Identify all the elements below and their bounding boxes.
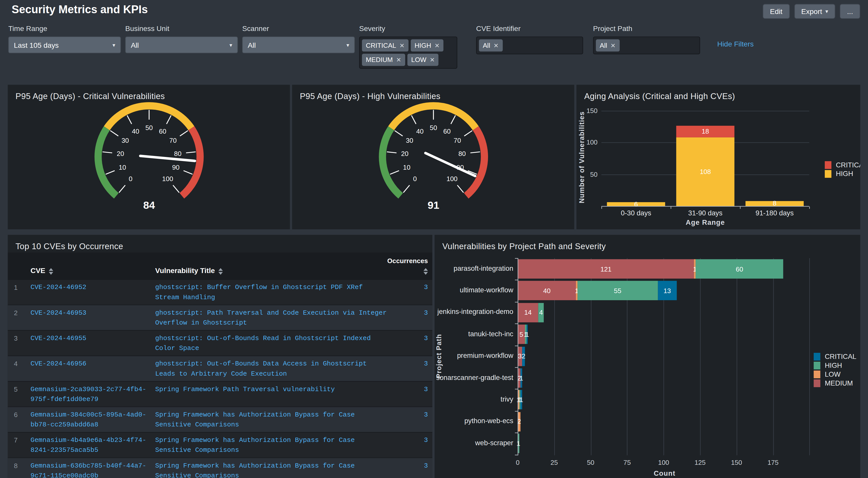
remove-token-icon[interactable]: ✕ (434, 42, 439, 48)
filter-token[interactable]: All✕ (479, 39, 502, 52)
filter-group-project-path: Project Path All✕ (593, 24, 700, 54)
legend-entry[interactable]: HIGH (814, 361, 856, 370)
svg-text:100: 100 (162, 175, 173, 182)
time-range-dropdown[interactable]: Last 105 days ▾ (8, 37, 121, 53)
panel-aging-analysis: Aging Analysis (Critical and High CVEs) … (577, 85, 860, 229)
row-number: 7 (8, 433, 26, 457)
table-row: 5Gemnasium-2ca39033-2c77-4fb4-975f-fdef1… (8, 381, 432, 406)
vulnerability-title-link[interactable]: Spring Framework has Authorization Bypas… (151, 407, 391, 432)
vulnerability-title-link[interactable]: Spring Framework Path Traversal vulnerab… (151, 382, 391, 407)
cve-link[interactable]: CVE-2024-46952 (26, 280, 151, 305)
vulnerability-title-link[interactable]: ghostscript: Path Traversal and Code Exe… (151, 305, 391, 330)
export-button[interactable]: Export ▾ (794, 4, 835, 19)
row-number: 4 (8, 356, 26, 381)
legend-entry[interactable]: LOW (814, 370, 856, 379)
panel-projects: Vulnerabilities by Project Path and Seve… (435, 235, 860, 478)
cve-link[interactable]: Gemnasium-384c00c5-895a-4ad0-bb78-cc259a… (26, 407, 151, 432)
sort-header-title[interactable]: Vulnerability Title (151, 252, 391, 279)
filter-token[interactable]: CRITICAL✕ (362, 39, 408, 52)
business-unit-dropdown[interactable]: All ▾ (125, 37, 238, 53)
vulnerability-title-link[interactable]: ghostscript: Out-of-Bounds Read in Ghost… (151, 331, 391, 355)
legend-swatch (814, 371, 820, 378)
cve-link[interactable]: CVE-2024-46956 (26, 356, 151, 381)
hide-filters-link[interactable]: Hide Filters (717, 40, 754, 48)
svg-text:91: 91 (427, 199, 439, 211)
gridline (700, 258, 701, 455)
x-axis-tick (740, 206, 740, 209)
vulnerability-title-link[interactable]: Spring Framework has Authorization Bypas… (151, 433, 391, 457)
filter-token[interactable]: MEDIUM✕ (362, 54, 405, 66)
panel-top-cves: Top 10 CVEs by Occurrence CVE Vulnerabil… (8, 235, 432, 478)
remove-token-icon[interactable]: ✕ (396, 57, 401, 63)
legend-entry[interactable]: CRITICAL (814, 352, 856, 361)
edit-button[interactable]: Edit (763, 4, 790, 19)
y-category-label: ultimate-workflow (435, 286, 514, 294)
y-category-label: web-scraper (435, 439, 514, 447)
cve-link[interactable]: CVE-2024-46953 (26, 305, 151, 330)
occurrences-value[interactable]: 3 (392, 458, 432, 478)
row-number: 8 (8, 458, 26, 478)
filter-label: CVE Identifier (476, 24, 583, 33)
svg-text:10: 10 (403, 164, 410, 171)
occurrences-value[interactable]: 3 (392, 433, 432, 457)
more-button[interactable]: ... (840, 4, 860, 19)
remove-token-icon[interactable]: ✕ (430, 57, 435, 63)
legend-label: HIGH (825, 362, 842, 370)
scanner-dropdown[interactable]: All ▾ (242, 37, 355, 53)
filter-token[interactable]: All✕ (596, 39, 619, 52)
x-tick-label: 175 (762, 459, 784, 467)
project-path-filter[interactable]: All✕ (593, 37, 700, 54)
cve-identifier-filter[interactable]: All✕ (476, 37, 583, 54)
table-row: 3CVE-2024-46955ghostscript: Out-of-Bound… (8, 330, 432, 355)
row-number: 3 (8, 331, 26, 355)
cve-link[interactable]: Gemnasium-4b4a9e6a-4b23-4f74-8241-223575… (26, 433, 151, 457)
legend-label: CRITICAL (836, 161, 860, 169)
token-label: All (483, 42, 490, 49)
filter-group-time-range: Time Range Last 105 days ▾ (8, 24, 121, 53)
vulnerability-title-link[interactable]: ghostscript: Buffer Overflow in Ghostscr… (151, 280, 391, 305)
y-category-label: jenkins-integration-demo (435, 308, 514, 316)
y-axis-tick (515, 280, 518, 280)
legend-entry[interactable]: MEDIUM (814, 379, 856, 388)
sort-header-occurrences[interactable]: Occurrences (392, 252, 432, 279)
occurrences-value[interactable]: 3 (392, 356, 432, 381)
filter-token[interactable]: HIGH✕ (411, 39, 443, 52)
cve-link[interactable]: CVE-2024-46955 (26, 331, 151, 355)
y-axis-tick (515, 302, 518, 302)
occurrences-value[interactable]: 3 (392, 407, 432, 432)
remove-token-icon[interactable]: ✕ (494, 42, 499, 48)
bar-value-label: 13 (656, 286, 678, 295)
x-axis-title: Count (518, 470, 812, 477)
filter-token[interactable]: LOW✕ (407, 54, 439, 66)
svg-text:90: 90 (172, 164, 179, 171)
cve-link[interactable]: Gemnasium-636bc785-b40f-44a7-9c71-115ce0… (26, 458, 151, 478)
legend-entry[interactable]: CRITICAL (825, 161, 860, 169)
remove-token-icon[interactable]: ✕ (611, 42, 616, 48)
filter-label: Severity (359, 24, 457, 33)
x-tick-label: 125 (689, 459, 711, 467)
x-axis-line (601, 206, 809, 206)
sort-header-cve[interactable]: CVE (26, 252, 151, 279)
remove-token-icon[interactable]: ✕ (400, 42, 405, 48)
legend-swatch (825, 170, 831, 178)
svg-text:0: 0 (128, 175, 132, 182)
row-number: 1 (8, 280, 26, 305)
x-category-label: 31-90 days (671, 209, 740, 217)
vulnerability-title-link[interactable]: Spring Framework has Authorization Bypas… (151, 458, 391, 478)
aging-analysis-chart: 5010015060-30 days1081831-90 days891-180… (577, 102, 860, 229)
scanner-value: All (248, 41, 256, 49)
row-number: 2 (8, 305, 26, 330)
occurrences-value[interactable]: 3 (392, 382, 432, 407)
occurrences-value[interactable]: 3 (392, 280, 432, 305)
severity-filter[interactable]: CRITICAL✕HIGH✕MEDIUM✕LOW✕ (359, 37, 457, 69)
legend-entry[interactable]: HIGH (825, 169, 860, 178)
security-dashboard: Security Metrics and KPIs Edit Export ▾ … (0, 0, 868, 478)
filter-label: Project Path (593, 24, 700, 33)
top-bar: Security Metrics and KPIs Edit Export ▾ … (0, 0, 868, 22)
vulnerability-title-link[interactable]: ghostscript: Out-of-Bounds Data Access i… (151, 356, 391, 381)
row-number: 6 (8, 407, 26, 432)
occurrences-value[interactable]: 3 (392, 305, 432, 330)
occurrences-value[interactable]: 3 (392, 331, 432, 355)
cve-link[interactable]: Gemnasium-2ca39033-2c77-4fb4-975f-fdef1d… (26, 382, 151, 407)
column-label: CVE (31, 266, 45, 275)
